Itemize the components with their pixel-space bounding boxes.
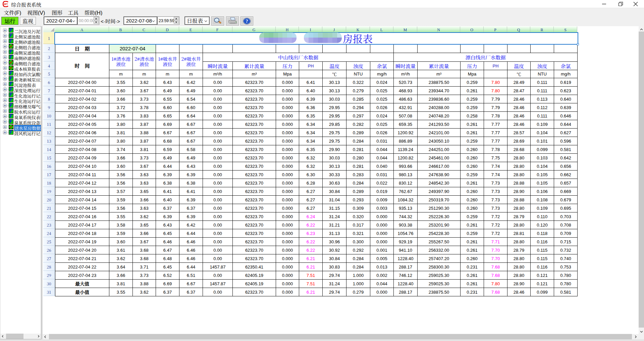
svg-text:RPT: RPT <box>4 3 8 6</box>
svg-text:?: ? <box>246 19 248 24</box>
